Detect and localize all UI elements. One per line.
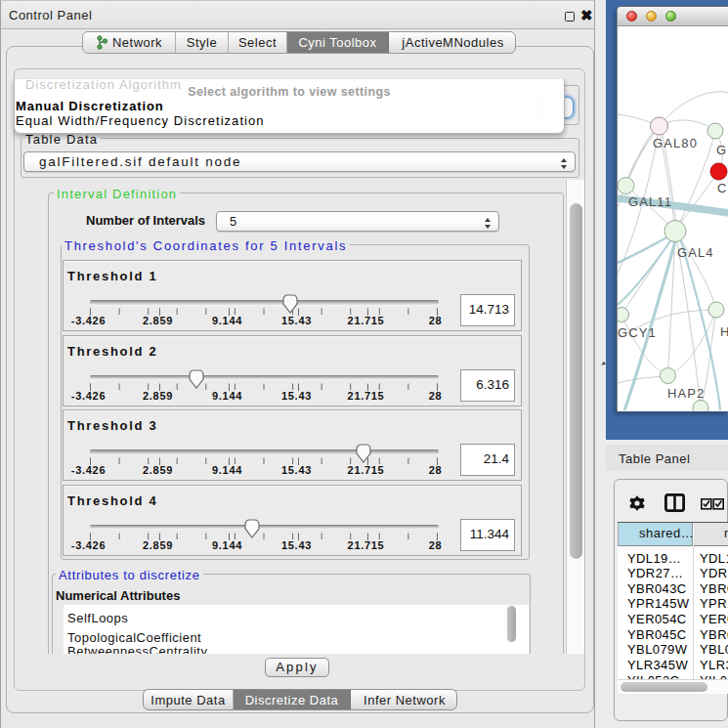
svg-text:GAL80: GAL80 <box>653 136 698 150</box>
svg-text:GAL4: GAL4 <box>677 245 714 260</box>
svg-text:C: C <box>717 181 728 195</box>
svg-text:HAP2: HAP2 <box>667 386 705 401</box>
svg-text:H: H <box>720 324 728 339</box>
svg-text:GAL11: GAL11 <box>628 194 672 209</box>
svg-text:G.: G. <box>716 143 728 157</box>
svg-text:GCY1: GCY1 <box>618 325 657 340</box>
